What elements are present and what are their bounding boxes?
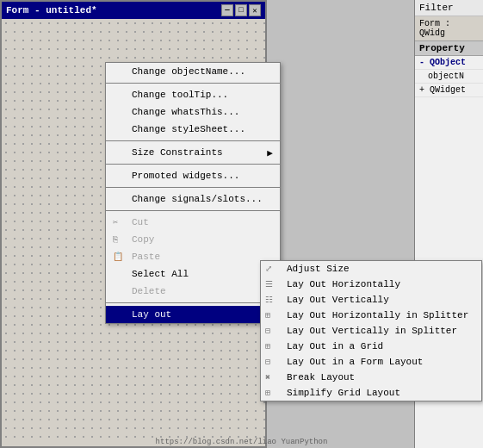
simplify-grid-icon: ⊞ [265, 388, 270, 398]
separator-5 [106, 210, 280, 211]
menu-item-lay-out[interactable]: Lay out ▶ [106, 306, 280, 323]
arrow-icon: ▶ [267, 147, 273, 159]
separator-6 [106, 302, 280, 303]
menu-item-lay-out-form[interactable]: ⊟Lay Out in a Form Layout [261, 354, 481, 370]
menu-item-lay-out-h-splitter[interactable]: ⊞Lay Out Horizontally in Splitter [261, 308, 481, 323]
property-qobject: - QObject [415, 56, 483, 70]
menu-item-change-stylesheet[interactable]: Change styleSheet... [106, 121, 280, 138]
paste-icon: 📋 [113, 252, 123, 262]
menu-item-simplify-grid[interactable]: ⊞Simplify Grid Layout [261, 385, 481, 401]
menu-item-size-constraints[interactable]: Size Constraints ▶ [106, 144, 280, 161]
lay-out-v-splitter-icon: ⊟ [265, 326, 270, 336]
separator-3 [106, 164, 280, 165]
form-info: Form : QWidg [415, 16, 483, 41]
property-qwidget: + QWidget [415, 84, 483, 97]
lay-out-submenu: ⤢Adjust Size ☰Lay Out Horizontally ☷Lay … [260, 260, 482, 401]
menu-item-break-layout[interactable]: ✖Break Layout [261, 370, 481, 385]
menu-item-change-tooltip[interactable]: Change toolTip... [106, 86, 280, 103]
menu-item-promoted-widgets[interactable]: Promoted widgets... [106, 167, 280, 184]
adjust-size-icon: ⤢ [265, 264, 272, 274]
title-buttons: — □ ✕ [221, 4, 261, 16]
separator-2 [106, 140, 280, 141]
break-layout-icon: ✖ [265, 372, 270, 383]
menu-item-select-all[interactable]: Select All [106, 265, 280, 283]
lay-out-h-icon: ☰ [265, 279, 273, 289]
property-header: Property [415, 41, 483, 56]
close-button[interactable]: ✕ [249, 4, 261, 16]
maximize-button[interactable]: □ [235, 4, 247, 16]
separator-4 [106, 187, 280, 188]
form-titlebar: Form - untitled* — □ ✕ [2, 2, 265, 19]
menu-item-delete: Delete [106, 283, 280, 300]
menu-item-copy: ⎘Copy [106, 231, 280, 248]
property-object-name: objectN [415, 70, 483, 84]
lay-out-h-splitter-icon: ⊞ [265, 310, 270, 320]
context-menu: Change objectName... Change toolTip... C… [105, 62, 281, 324]
menu-item-lay-out-h[interactable]: ☰Lay Out Horizontally [261, 277, 481, 292]
menu-item-change-whatsthis[interactable]: Change whatsThis... [106, 103, 280, 121]
lay-out-grid-icon: ⊞ [265, 341, 270, 352]
menu-item-lay-out-v[interactable]: ☷Lay Out Vertically [261, 292, 481, 308]
form-window: Form - untitled* — □ ✕ Change objectName… [0, 0, 267, 448]
form-content: Change objectName... Change toolTip... C… [2, 19, 265, 445]
menu-item-lay-out-v-splitter[interactable]: ⊟Lay Out Vertically in Splitter [261, 323, 481, 339]
cut-icon: ✂ [113, 217, 118, 227]
menu-item-change-signals[interactable]: Change signals/slots... [106, 190, 280, 208]
filter-label: Filter [419, 3, 454, 13]
menu-item-cut: ✂Cut [106, 214, 280, 231]
lay-out-v-icon: ☷ [265, 295, 273, 305]
menu-item-lay-out-grid[interactable]: ⊞Lay Out in a Grid [261, 339, 481, 354]
menu-item-adjust-size[interactable]: ⤢Adjust Size [261, 261, 481, 277]
separator-1 [106, 83, 280, 84]
menu-item-paste: 📋Paste [106, 248, 280, 265]
minimize-button[interactable]: — [221, 4, 233, 16]
copy-icon: ⎘ [113, 235, 118, 245]
watermark: https://blog.csdn.net/liao YuanPython [0, 438, 483, 446]
lay-out-form-icon: ⊟ [265, 357, 270, 367]
menu-item-change-obj-name[interactable]: Change objectName... [106, 63, 280, 80]
filter-bar: Filter [415, 0, 483, 16]
form-title: Form - untitled* [6, 5, 97, 16]
